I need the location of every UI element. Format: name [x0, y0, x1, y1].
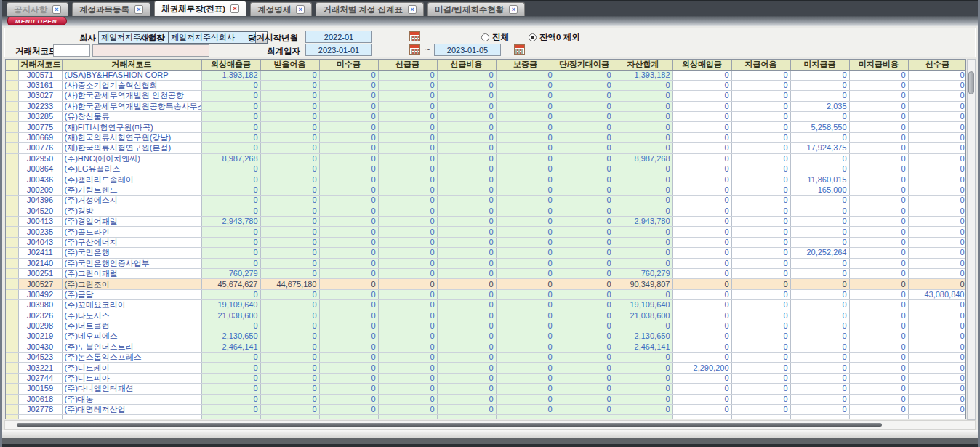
amount-cell[interactable]: 0 [672, 248, 731, 258]
amount-cell[interactable]: 0 [378, 185, 437, 195]
amount-cell[interactable]: 0 [672, 143, 731, 153]
amount-cell[interactable]: 2,035 [790, 101, 849, 111]
amount-cell[interactable]: 0 [496, 363, 555, 373]
amount-cell[interactable]: 0 [849, 342, 908, 352]
amount-cell[interactable]: 0 [496, 112, 555, 122]
amount-cell[interactable]: 0 [437, 164, 496, 174]
amount-cell[interactable]: 0 [555, 174, 614, 185]
vendor-code-cell[interactable]: J00776 [18, 143, 62, 153]
amount-cell[interactable]: 0 [319, 153, 378, 164]
calendar-icon[interactable] [409, 44, 420, 55]
amount-cell[interactable]: 0 [319, 248, 378, 258]
amount-cell[interactable]: 0 [260, 373, 319, 383]
vendor-code-cell[interactable]: J00235 [18, 227, 62, 237]
amount-cell[interactable]: 0 [790, 373, 849, 383]
vendor-code-cell[interactable]: J02950 [18, 153, 62, 164]
amount-cell[interactable]: 0 [555, 122, 614, 132]
amount-cell[interactable]: 0 [908, 373, 966, 383]
amount-cell[interactable]: 0 [849, 227, 908, 237]
vendor-code-cell[interactable]: J00209 [18, 185, 62, 195]
amount-cell[interactable]: 0 [496, 342, 555, 352]
vendor-name-cell[interactable]: (재)FITI시험연구원(마곡) [62, 122, 201, 132]
amount-cell[interactable]: 0 [260, 258, 319, 268]
amount-cell[interactable]: 0 [437, 289, 496, 299]
amount-cell[interactable]: 0 [201, 363, 260, 373]
amount-cell[interactable]: 0 [614, 164, 672, 174]
tab[interactable]: 미결/반제회수현황× [427, 2, 525, 16]
amount-cell[interactable]: 0 [319, 185, 378, 195]
amount-cell[interactable]: 0 [614, 394, 672, 404]
amount-cell[interactable]: 0 [614, 248, 672, 258]
row-selector-cell[interactable] [6, 164, 18, 174]
amount-cell[interactable]: 0 [496, 289, 555, 299]
amount-cell[interactable]: 0 [731, 70, 790, 80]
amount-cell[interactable]: 0 [496, 394, 555, 404]
vendor-code-cell[interactable]: J03285 [18, 112, 62, 122]
amount-cell[interactable]: 0 [790, 321, 849, 331]
amount-cell[interactable]: 0 [672, 164, 731, 174]
amount-cell[interactable]: 0 [555, 258, 614, 268]
amount-cell[interactable]: 0 [201, 227, 260, 237]
amount-cell[interactable]: 0 [555, 268, 614, 278]
amount-cell[interactable]: 0 [319, 132, 378, 142]
amount-cell[interactable]: 0 [731, 153, 790, 164]
table-row[interactable]: J04396(주)거성에스지0000000000000 [6, 196, 966, 206]
amount-cell[interactable]: 0 [260, 248, 319, 258]
amount-cell[interactable]: 0 [672, 91, 731, 101]
amount-cell[interactable]: 0 [731, 206, 790, 216]
amount-cell[interactable]: 0 [614, 353, 672, 363]
amount-cell[interactable]: 0 [496, 132, 555, 142]
amount-cell[interactable]: 45,674,627 [201, 279, 260, 289]
amount-cell[interactable]: 0 [908, 164, 966, 174]
vendor-code-cell[interactable]: J00251 [18, 268, 62, 278]
amount-cell[interactable]: 0 [496, 331, 555, 342]
amount-cell[interactable]: 0 [496, 279, 555, 289]
tab-close-icon[interactable]: × [408, 5, 417, 14]
amount-cell[interactable]: 0 [849, 353, 908, 363]
vendor-code-cell[interactable]: J00413 [18, 216, 62, 226]
amount-cell[interactable]: 0 [201, 143, 260, 153]
amount-cell[interactable]: 0 [731, 321, 790, 331]
amount-cell[interactable]: 0 [437, 279, 496, 289]
vendor-name-cell[interactable]: (주)LG유플러스 [62, 164, 201, 174]
amount-cell[interactable]: 0 [908, 268, 966, 278]
amount-cell[interactable]: 21,038,600 [614, 310, 672, 321]
amount-cell[interactable]: 0 [555, 342, 614, 352]
row-selector-cell[interactable] [6, 394, 18, 404]
menu-open-button[interactable]: MENU OPEN [7, 17, 67, 25]
row-selector-cell[interactable] [6, 353, 18, 363]
amount-cell[interactable]: 0 [260, 122, 319, 132]
vendor-code-cell[interactable]: J00864 [18, 164, 62, 174]
period-start-input[interactable] [305, 31, 372, 43]
amount-cell[interactable]: 0 [378, 196, 437, 206]
vendor-code-cell[interactable]: J00298 [18, 321, 62, 331]
table-row[interactable]: J02744(주)니트피아0000000000000 [6, 373, 966, 383]
amount-cell[interactable]: 0 [319, 237, 378, 247]
vendor-code-cell[interactable]: J04396 [18, 196, 62, 206]
amount-cell[interactable]: 0 [672, 268, 731, 278]
amount-cell[interactable]: 0 [908, 394, 966, 404]
amount-cell[interactable]: 0 [672, 196, 731, 206]
amount-cell[interactable]: 0 [437, 384, 496, 394]
amount-cell[interactable]: 0 [319, 363, 378, 373]
amount-cell[interactable]: 0 [672, 258, 731, 268]
amount-cell[interactable] [555, 415, 614, 419]
amount-cell[interactable]: 0 [378, 321, 437, 331]
amount-cell[interactable]: 0 [378, 394, 437, 404]
amount-cell[interactable]: 0 [849, 331, 908, 342]
amount-cell[interactable]: 2,943,780 [614, 216, 672, 226]
vendor-code-cell[interactable]: J00219 [18, 331, 62, 342]
amount-cell[interactable]: 0 [790, 227, 849, 237]
amount-cell[interactable]: 0 [908, 216, 966, 226]
amount-cell[interactable]: 0 [555, 310, 614, 321]
amount-cell[interactable]: 0 [790, 300, 849, 310]
vertical-scrollbar-thumb[interactable] [968, 71, 974, 94]
amount-cell[interactable]: 0 [908, 310, 966, 321]
row-selector-cell[interactable] [6, 415, 18, 419]
amount-cell[interactable]: 0 [614, 206, 672, 216]
amount-cell[interactable]: 0 [790, 153, 849, 164]
amount-cell[interactable]: 0 [908, 196, 966, 206]
row-selector-cell[interactable] [6, 321, 18, 331]
tab[interactable]: 거래처별 계정 집계표× [316, 2, 424, 16]
amount-cell[interactable]: 0 [790, 384, 849, 394]
